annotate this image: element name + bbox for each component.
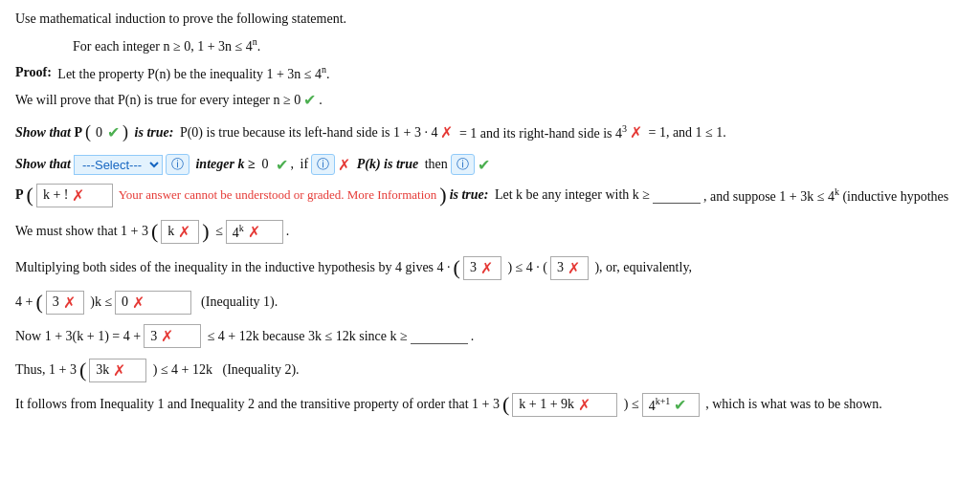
follows-box2[interactable]: 4k+1 ✔: [642, 393, 700, 417]
thus-line: Thus, 1 + 3 ( 3k ✗ ) ≤ 4 + 12k (Inequali…: [15, 358, 965, 382]
now-box[interactable]: 3 ✗: [144, 324, 201, 348]
eq4-box[interactable]: 3 ✗: [46, 291, 84, 315]
now-line: Now 1 + 3(k + 1) = 4 + 3 ✗ ≤ 4 + 12k bec…: [15, 324, 965, 348]
mult-box1[interactable]: 3 ✗: [463, 256, 501, 280]
thus-box[interactable]: 3k ✗: [89, 359, 146, 382]
intro-text: Use mathematical induction to prove the …: [15, 11, 965, 27]
show-that-line: Show that ---Select--- ⓘ integer k ≥ 0 ✔…: [15, 154, 965, 175]
eq4-box2[interactable]: 0 ✗: [115, 291, 191, 315]
follows-box1[interactable]: k + 1 + 9k ✗: [512, 393, 617, 417]
follows-line: It follows from Inequality 1 and Inequal…: [15, 392, 965, 417]
p-input-box[interactable]: k + ! ✗: [36, 184, 113, 207]
select-dropdown[interactable]: ---Select---: [74, 155, 163, 175]
must-box1[interactable]: k ✗: [161, 220, 199, 244]
prove-line: We will prove that P(n) is true for ever…: [15, 91, 965, 109]
mult-box2[interactable]: 3 ✗: [550, 256, 589, 280]
inequality1-line: 4 + ( 3 ✗ )k ≤ 0 ✗ (Inequality 1).: [15, 290, 965, 315]
show-p-line: Show that P ( 0 ✔ ) is true: P(0) is tru…: [15, 122, 965, 142]
p-box-line: P ( k + ! ✗ Your answer cannot be unders…: [15, 183, 965, 207]
multiply-line: Multiplying both sides of the inequality…: [15, 255, 965, 280]
must-box2[interactable]: 4k ✗: [226, 220, 283, 244]
proof-line: Proof: Let the property P(n) be the ineq…: [15, 64, 965, 82]
statement-line: For each integer n ≥ 0, 1 + 3n ≤ 4n.: [73, 36, 965, 54]
must-show-line: We must show that 1 + 3 ( k ✗ ) ≤ 4k ✗ .: [15, 219, 965, 244]
